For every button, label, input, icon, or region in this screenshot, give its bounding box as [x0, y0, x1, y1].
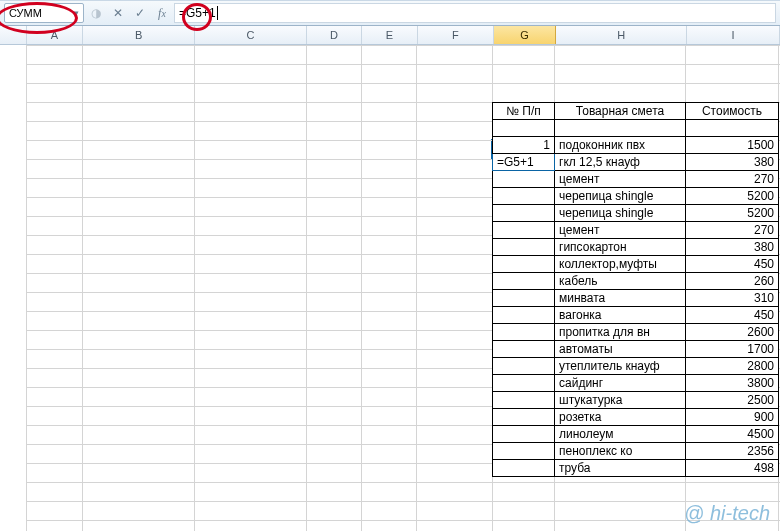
column-header-D[interactable]: D: [307, 26, 362, 44]
table-cell-cost[interactable]: 3800: [686, 375, 779, 392]
column-header-E[interactable]: E: [362, 26, 417, 44]
table-cell[interactable]: [686, 120, 779, 137]
column-header-B[interactable]: B: [83, 26, 195, 44]
name-box-value: СУММ: [9, 7, 42, 19]
name-box[interactable]: СУММ ▾: [4, 3, 84, 23]
table-header[interactable]: Товарная смета: [555, 103, 686, 120]
select-all-corner[interactable]: [0, 26, 27, 44]
table-cell-cost[interactable]: 1500: [686, 137, 779, 154]
table-cell-item[interactable]: черепица shingle: [555, 188, 686, 205]
table-cell-item[interactable]: цемент: [555, 171, 686, 188]
table-cell-item[interactable]: розетка: [555, 409, 686, 426]
table-cell-cost[interactable]: 380: [686, 154, 779, 171]
table-cell-num[interactable]: [493, 324, 555, 341]
column-header-G[interactable]: G: [494, 26, 556, 44]
table-cell-item[interactable]: пеноплекс ко: [555, 443, 686, 460]
table-cell-cost[interactable]: 310: [686, 290, 779, 307]
table-cell-num[interactable]: [493, 341, 555, 358]
spreadsheet-grid[interactable]: № П/пТоварная сметаСтоимость1подоконник …: [0, 45, 780, 531]
table-cell-item[interactable]: гипсокартон: [555, 239, 686, 256]
table-cell-num[interactable]: =G5+1: [493, 154, 555, 171]
column-header-I[interactable]: I: [687, 26, 780, 44]
table-cell-cost[interactable]: 2800: [686, 358, 779, 375]
table-cell-num[interactable]: [493, 375, 555, 392]
data-table: № П/пТоварная сметаСтоимость1подоконник …: [492, 102, 779, 477]
table-cell-num[interactable]: [493, 307, 555, 324]
table-cell-cost[interactable]: 2500: [686, 392, 779, 409]
table-cell-cost[interactable]: 5200: [686, 205, 779, 222]
table-cell-cost[interactable]: 450: [686, 307, 779, 324]
table-cell-cost[interactable]: 4500: [686, 426, 779, 443]
table-cell-item[interactable]: коллектор,муфты: [555, 256, 686, 273]
table-cell-num[interactable]: [493, 443, 555, 460]
table-cell-item[interactable]: минвата: [555, 290, 686, 307]
table-cell-cost[interactable]: 1700: [686, 341, 779, 358]
table-cell-num[interactable]: [493, 171, 555, 188]
table-cell-item[interactable]: подоконник пвх: [555, 137, 686, 154]
table-cell-num[interactable]: [493, 222, 555, 239]
table-cell-num[interactable]: [493, 358, 555, 375]
table-cell-num[interactable]: [493, 460, 555, 477]
column-header-A[interactable]: A: [27, 26, 83, 44]
table-cell-cost[interactable]: 270: [686, 171, 779, 188]
column-header-C[interactable]: C: [195, 26, 307, 44]
column-headers: ABCDEFGHI: [0, 26, 780, 45]
formula-bar: СУММ ▾ ◑ ✕ ✓ fx =G5+1: [0, 0, 780, 26]
table-cell[interactable]: [493, 120, 555, 137]
table-cell-cost[interactable]: 450: [686, 256, 779, 273]
table-cell-cost[interactable]: 380: [686, 239, 779, 256]
column-header-H[interactable]: H: [556, 26, 687, 44]
table-cell-num[interactable]: [493, 256, 555, 273]
table-cell-num[interactable]: [493, 409, 555, 426]
table-cell-cost[interactable]: 900: [686, 409, 779, 426]
table-cell-cost[interactable]: 2600: [686, 324, 779, 341]
table-header[interactable]: Стоимость: [686, 103, 779, 120]
fx-button[interactable]: fx: [152, 4, 172, 22]
expand-button[interactable]: ◑: [86, 4, 106, 22]
table-cell-cost[interactable]: 2356: [686, 443, 779, 460]
table-header[interactable]: № П/п: [493, 103, 555, 120]
table-cell-num[interactable]: 1: [493, 137, 555, 154]
table-cell-item[interactable]: сайдинг: [555, 375, 686, 392]
table-cell-num[interactable]: [493, 426, 555, 443]
table-cell-item[interactable]: штукатурка: [555, 392, 686, 409]
text-caret: [217, 6, 218, 20]
table-cell-num[interactable]: [493, 273, 555, 290]
name-box-dropdown-icon[interactable]: ▾: [73, 7, 79, 20]
column-header-F[interactable]: F: [418, 26, 494, 44]
table-cell-num[interactable]: [493, 188, 555, 205]
table-cell-num[interactable]: [493, 205, 555, 222]
table-cell-item[interactable]: утеплитель кнауф: [555, 358, 686, 375]
table-cell-item[interactable]: вагонка: [555, 307, 686, 324]
formula-input[interactable]: =G5+1: [174, 3, 776, 23]
enter-button[interactable]: ✓: [130, 4, 150, 22]
formula-input-text: =G5+1: [179, 6, 216, 20]
table-cell-cost[interactable]: 260: [686, 273, 779, 290]
table-cell-cost[interactable]: 270: [686, 222, 779, 239]
table-cell-cost[interactable]: 498: [686, 460, 779, 477]
table-cell-item[interactable]: пропитка для вн: [555, 324, 686, 341]
table-cell-item[interactable]: линолеум: [555, 426, 686, 443]
table-cell-item[interactable]: черепица shingle: [555, 205, 686, 222]
table-cell-item[interactable]: кабель: [555, 273, 686, 290]
table-cell-item[interactable]: автоматы: [555, 341, 686, 358]
table-cell[interactable]: [555, 120, 686, 137]
table-cell-item[interactable]: гкл 12,5 кнауф: [555, 154, 686, 171]
table-cell-item[interactable]: цемент: [555, 222, 686, 239]
table-cell-num[interactable]: [493, 290, 555, 307]
table-cell-num[interactable]: [493, 392, 555, 409]
table-cell-item[interactable]: труба: [555, 460, 686, 477]
cancel-button[interactable]: ✕: [108, 4, 128, 22]
table-cell-num[interactable]: [493, 239, 555, 256]
table-cell-cost[interactable]: 5200: [686, 188, 779, 205]
